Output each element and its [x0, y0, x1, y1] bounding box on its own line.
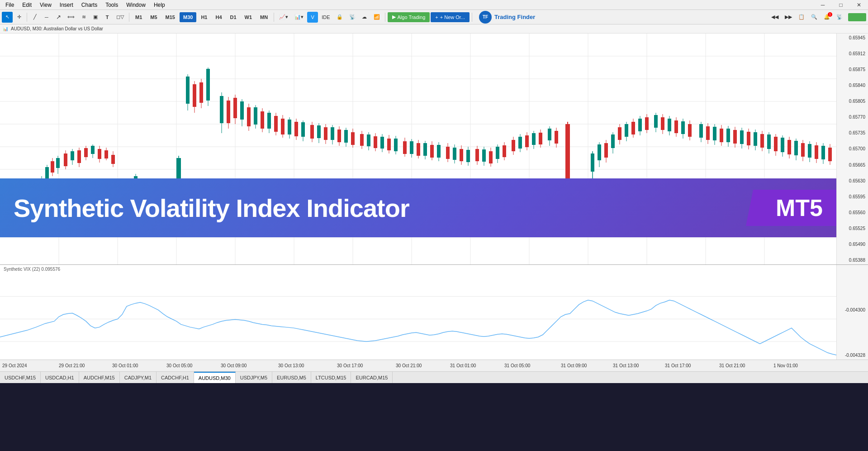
price-5: 0.65770: [838, 115, 867, 120]
tab-usdcad-h1[interactable]: USDCAD,H1: [41, 372, 79, 383]
chart-type-button[interactable]: 📈▾: [276, 12, 291, 23]
price-3: 0.65840: [838, 83, 867, 88]
select-tool-button[interactable]: ↖: [2, 12, 13, 23]
tf-h4[interactable]: H4: [212, 12, 225, 22]
tf-m5[interactable]: M5: [147, 12, 161, 22]
shapes-button[interactable]: ▣: [90, 12, 101, 23]
svg-rect-171: [539, 133, 542, 144]
tab-usdchf-m15[interactable]: USDCHF,M15: [0, 372, 41, 383]
price-14: 0.65388: [838, 258, 867, 263]
svg-rect-79: [206, 69, 210, 101]
svg-rect-73: [186, 77, 190, 104]
svg-rect-219: [720, 129, 723, 142]
menu-insert[interactable]: Insert: [56, 1, 77, 9]
svg-rect-129: [387, 139, 391, 150]
tab-eurcad-m15[interactable]: EURCAD,M15: [351, 372, 393, 383]
tab-ltcusd-m15[interactable]: LTCUSD,M15: [311, 372, 351, 383]
tab-audchf-m15[interactable]: AUDCHF,M15: [79, 372, 120, 383]
new-order-label: + New Or...: [440, 14, 465, 20]
trend-line-button[interactable]: ↗: [53, 12, 64, 23]
hline-button[interactable]: ─: [41, 12, 52, 23]
tf-w1[interactable]: W1: [241, 12, 256, 22]
window-controls: ─ □ ✕: [814, 0, 868, 10]
tf-m15[interactable]: M15: [162, 12, 179, 22]
menu-file[interactable]: File: [2, 1, 18, 9]
channel-button[interactable]: ⟺: [65, 12, 77, 23]
text-button[interactable]: T: [102, 12, 113, 23]
tf-mn[interactable]: MN: [256, 12, 271, 22]
svg-rect-133: [403, 141, 407, 154]
svg-rect-127: [380, 137, 384, 149]
volume-button[interactable]: V: [307, 12, 318, 23]
tab-eurusd-m5[interactable]: EURUSD,M5: [272, 372, 311, 383]
crosshair-button[interactable]: ✛: [14, 12, 24, 23]
svg-rect-55: [104, 150, 108, 158]
svg-rect-145: [446, 147, 450, 159]
time-label-5: 30 Oct 13:00: [278, 363, 304, 368]
svg-rect-101: [288, 120, 291, 134]
time-label-14: 1 Nov 01:00: [773, 363, 798, 368]
main-chart-area[interactable]: 0.65945 0.65912 0.65875 0.65840 0.65805 …: [0, 34, 868, 264]
price-4: 0.65805: [838, 99, 867, 104]
menu-view[interactable]: View: [36, 1, 55, 9]
svg-rect-85: [233, 98, 237, 118]
svg-rect-95: [267, 113, 271, 129]
svg-rect-153: [475, 149, 479, 161]
tab-cadchf-h1[interactable]: CADCHF,H1: [157, 372, 194, 383]
line-tool-button[interactable]: ╱: [29, 12, 40, 23]
chart-nav-button[interactable]: 📋: [796, 12, 807, 23]
svg-rect-227: [747, 132, 750, 145]
menu-help[interactable]: Help: [150, 1, 169, 9]
menu-edit[interactable]: Edit: [19, 1, 35, 9]
menu-charts[interactable]: Charts: [78, 1, 101, 9]
tab-usdjpy-m5[interactable]: USDJPY,M5: [236, 372, 272, 383]
objects-button[interactable]: ◻▽: [114, 12, 127, 23]
svg-rect-113: [331, 127, 334, 140]
menu-tools[interactable]: Tools: [102, 1, 122, 9]
time-label-4: 30 Oct 09:00: [221, 363, 247, 368]
lock-button[interactable]: 🔒: [334, 12, 346, 23]
tf-m1[interactable]: M1: [132, 12, 146, 22]
close-button[interactable]: ✕: [850, 0, 868, 10]
banner-title: Synthetic Volatility Index Indicator: [14, 193, 746, 223]
svg-rect-77: [199, 82, 203, 103]
price-10: 0.65595: [838, 194, 867, 199]
signal-button[interactable]: 📶: [371, 12, 383, 23]
svg-rect-185: [598, 144, 601, 160]
fib-button[interactable]: ≋: [78, 12, 89, 23]
nav-back-button[interactable]: ◀◀: [768, 12, 781, 23]
signals-button[interactable]: 📡: [834, 12, 845, 23]
svg-rect-191: [618, 127, 621, 140]
tab-cadjpy-m1[interactable]: CADJPY,M1: [120, 372, 157, 383]
minimize-button[interactable]: ─: [814, 0, 832, 10]
tf-d1[interactable]: D1: [227, 12, 240, 22]
time-label-12: 31 Oct 17:00: [665, 363, 691, 368]
svg-rect-195: [631, 122, 635, 134]
nav-forward-button[interactable]: ▶▶: [782, 12, 795, 23]
indicator-price-axis: -0.004300 -0.004328: [836, 265, 868, 360]
tf-m30[interactable]: M30: [180, 12, 196, 22]
svg-rect-117: [344, 130, 348, 143]
svg-rect-187: [604, 143, 608, 158]
svg-rect-247: [815, 145, 818, 159]
svg-rect-47: [77, 150, 81, 163]
svg-rect-43: [64, 154, 67, 166]
price-6: 0.65735: [838, 130, 867, 135]
tab-audusd-m30[interactable]: AUDUSD,M30: [194, 372, 236, 383]
connect-button[interactable]: 📡: [346, 12, 358, 23]
notification-button[interactable]: 🔔 1: [821, 12, 833, 23]
menu-window[interactable]: Window: [123, 1, 149, 9]
price-7: 0.65700: [838, 146, 867, 151]
svg-rect-221: [726, 129, 730, 142]
cloud-button[interactable]: ☁: [359, 12, 370, 23]
new-order-button[interactable]: + + New Or...: [431, 12, 470, 22]
svg-rect-199: [645, 117, 649, 130]
maximize-button[interactable]: □: [832, 0, 850, 10]
tf-h1[interactable]: H1: [197, 12, 211, 22]
time-label-6: 30 Oct 17:00: [337, 363, 363, 368]
indicators-button[interactable]: 📊▾: [292, 12, 306, 23]
algo-trading-button[interactable]: ▶ Algo Trading: [388, 12, 430, 22]
ide-button[interactable]: IDE: [319, 12, 332, 23]
svg-rect-89: [247, 107, 251, 126]
zoom-button[interactable]: 🔍: [808, 12, 820, 23]
